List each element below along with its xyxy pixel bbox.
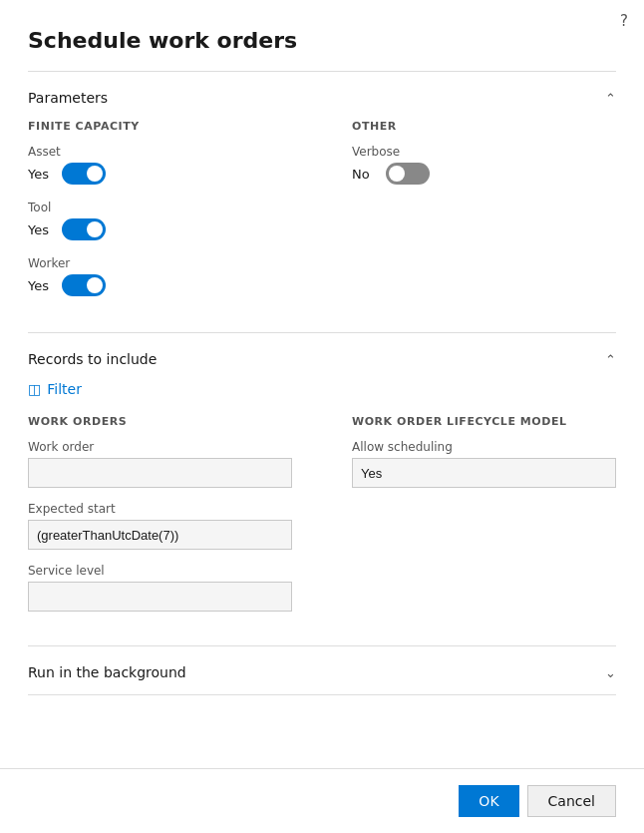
records-columns: WORK ORDERS Work order Expected start Se… xyxy=(28,415,616,625)
asset-toggle-row: Yes xyxy=(28,163,292,185)
allow-scheduling-input[interactable] xyxy=(352,458,616,488)
lifecycle-heading: WORK ORDER LIFECYCLE MODEL xyxy=(352,415,616,428)
filter-icon: ◫ xyxy=(28,381,41,397)
filter-button[interactable]: ◫ Filter xyxy=(28,381,616,397)
parameters-chevron-icon: ⌃ xyxy=(605,91,616,106)
filter-label: Filter xyxy=(47,381,82,397)
records-content: ◫ Filter WORK ORDERS Work order Expected… xyxy=(28,381,616,645)
tool-toggle-row: Yes xyxy=(28,218,292,240)
expected-start-input[interactable] xyxy=(28,520,292,550)
other-heading: OTHER xyxy=(352,120,616,133)
tool-field-group: Tool Yes xyxy=(28,201,292,240)
verbose-toggle-row: No xyxy=(352,163,616,185)
parameters-section-header[interactable]: Parameters ⌃ xyxy=(28,72,616,120)
dialog-title: Schedule work orders xyxy=(0,0,644,71)
service-level-input[interactable] xyxy=(28,582,292,612)
background-section-header[interactable]: Run in the background ⌄ xyxy=(28,646,616,694)
verbose-field-group: Verbose No xyxy=(352,145,616,185)
finite-capacity-column: FINITE CAPACITY Asset Yes xyxy=(28,120,292,312)
tool-toggle-thumb xyxy=(87,221,103,237)
worker-toggle-thumb xyxy=(87,277,103,293)
work-orders-heading: WORK ORDERS xyxy=(28,415,292,428)
tool-label: Tool xyxy=(28,201,292,214)
worker-toggle[interactable] xyxy=(62,274,106,296)
service-level-label: Service level xyxy=(28,564,292,578)
help-icon[interactable]: ? xyxy=(620,12,628,30)
parameters-section-title: Parameters xyxy=(28,90,108,106)
records-section-header[interactable]: Records to include ⌃ xyxy=(28,333,616,381)
work-orders-column: WORK ORDERS Work order Expected start Se… xyxy=(28,415,292,625)
other-column: OTHER Verbose No xyxy=(352,120,616,312)
service-level-field: Service level xyxy=(28,564,292,612)
worker-toggle-row: Yes xyxy=(28,274,292,296)
allow-scheduling-field: Allow scheduling xyxy=(352,440,616,488)
expected-start-label: Expected start xyxy=(28,502,292,516)
work-order-label: Work order xyxy=(28,440,292,454)
verbose-toggle-track xyxy=(386,163,430,185)
worker-toggle-track xyxy=(62,274,106,296)
worker-label: Worker xyxy=(28,256,292,270)
verbose-toggle[interactable] xyxy=(386,163,430,185)
background-section-title: Run in the background xyxy=(28,664,186,680)
asset-field-group: Asset Yes xyxy=(28,145,292,185)
ok-button[interactable]: OK xyxy=(459,785,518,817)
allow-scheduling-label: Allow scheduling xyxy=(352,440,616,454)
background-chevron-icon: ⌄ xyxy=(605,665,616,680)
expected-start-field: Expected start xyxy=(28,502,292,550)
work-order-field: Work order xyxy=(28,440,292,488)
asset-toggle[interactable] xyxy=(62,163,106,185)
lifecycle-column: WORK ORDER LIFECYCLE MODEL Allow schedul… xyxy=(352,415,616,625)
parameters-section: Parameters ⌃ FINITE CAPACITY Asset Yes xyxy=(28,72,616,332)
worker-toggle-value: Yes xyxy=(28,278,52,293)
finite-capacity-heading: FINITE CAPACITY xyxy=(28,120,292,133)
records-chevron-icon: ⌃ xyxy=(605,352,616,367)
work-order-input[interactable] xyxy=(28,458,292,488)
asset-label: Asset xyxy=(28,145,292,159)
records-section-title: Records to include xyxy=(28,351,157,367)
parameters-content: FINITE CAPACITY Asset Yes xyxy=(28,120,616,332)
background-section: Run in the background ⌄ xyxy=(28,646,616,694)
asset-toggle-track xyxy=(62,163,106,185)
worker-field-group: Worker Yes xyxy=(28,256,292,296)
tool-toggle[interactable] xyxy=(62,218,106,240)
parameters-columns: FINITE CAPACITY Asset Yes xyxy=(28,120,616,312)
cancel-button[interactable]: Cancel xyxy=(527,785,616,817)
records-section: Records to include ⌃ ◫ Filter WORK ORDER… xyxy=(28,333,616,645)
verbose-label: Verbose xyxy=(352,145,616,159)
footer: OK Cancel xyxy=(0,768,644,833)
verbose-toggle-value: No xyxy=(352,167,376,182)
tool-toggle-value: Yes xyxy=(28,222,52,237)
asset-toggle-value: Yes xyxy=(28,167,52,182)
verbose-toggle-thumb xyxy=(389,166,405,182)
asset-toggle-thumb xyxy=(87,166,103,182)
tool-toggle-track xyxy=(62,218,106,240)
